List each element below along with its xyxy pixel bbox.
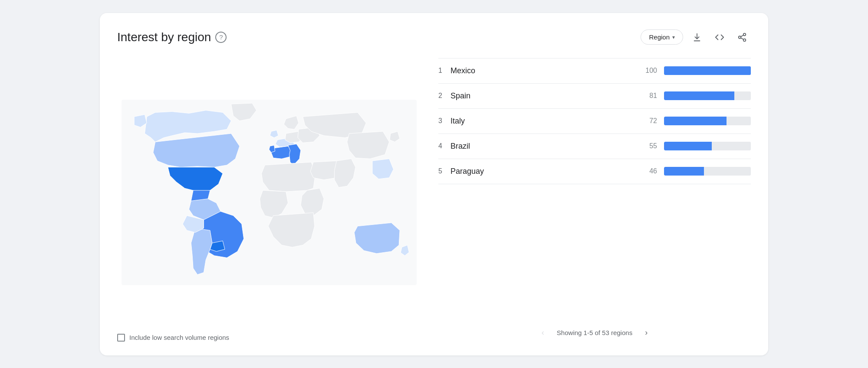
world-map-svg — [122, 97, 417, 288]
download-icon — [692, 33, 702, 42]
region-value: 81 — [638, 92, 657, 100]
region-bar-fill — [664, 167, 704, 176]
chevron-down-icon: ▾ — [672, 34, 675, 40]
region-button-label: Region — [649, 33, 670, 41]
region-bar-container — [664, 117, 751, 125]
region-row: 4 Brazil 55 — [438, 134, 751, 159]
region-row: 3 Italy 72 — [438, 109, 751, 134]
region-value: 46 — [638, 167, 657, 175]
prev-page-button[interactable]: ‹ — [536, 326, 550, 340]
embed-icon — [715, 33, 724, 42]
region-name: Paraguay — [450, 167, 638, 176]
next-page-button[interactable]: › — [639, 326, 653, 340]
region-row: 5 Paraguay 46 — [438, 159, 751, 184]
region-dropdown-button[interactable]: Region ▾ — [641, 29, 683, 45]
region-rank: 5 — [438, 167, 450, 175]
download-button[interactable] — [688, 29, 706, 46]
svg-line-4 — [741, 35, 743, 36]
pagination: ‹ Showing 1-5 of 53 regions › — [438, 316, 751, 342]
region-row: 1 Mexico 100 — [438, 58, 751, 84]
checkbox-label: Include low search volume regions — [129, 334, 229, 341]
region-value: 100 — [638, 67, 657, 75]
region-name: Italy — [450, 117, 638, 126]
map-footer: Include low search volume regions — [117, 327, 421, 342]
share-icon — [737, 33, 747, 42]
region-name: Spain — [450, 91, 638, 101]
region-bar-container — [664, 167, 751, 176]
world-map-container — [117, 58, 421, 327]
title-area: Interest by region ? — [117, 30, 227, 44]
region-rank: 1 — [438, 67, 450, 75]
region-rank: 3 — [438, 117, 450, 125]
low-volume-checkbox[interactable] — [117, 334, 125, 342]
region-row: 2 Spain 81 — [438, 84, 751, 109]
interest-by-region-card: Interest by region ? Region ▾ — [100, 13, 768, 355]
region-rank: 4 — [438, 142, 450, 150]
help-icon[interactable]: ? — [215, 32, 227, 43]
map-area: Include low search volume regions — [117, 58, 421, 342]
regions-list: 1 Mexico 100 2 Spain 81 3 Italy 72 4 Bra… — [438, 58, 751, 316]
region-bar-fill — [664, 142, 712, 150]
region-bar-fill — [664, 66, 751, 75]
region-bar-container — [664, 142, 751, 150]
toolbar: Region ▾ — [641, 29, 751, 46]
region-bar-container — [664, 66, 751, 75]
embed-button[interactable] — [711, 29, 728, 46]
right-panel: 1 Mexico 100 2 Spain 81 3 Italy 72 4 Bra… — [421, 58, 751, 342]
region-rank: 2 — [438, 92, 450, 100]
pagination-text: Showing 1-5 of 53 regions — [557, 329, 632, 336]
main-content: Include low search volume regions 1 Mexi… — [117, 58, 751, 342]
region-bar-fill — [664, 91, 734, 100]
region-name: Mexico — [450, 66, 638, 75]
svg-line-3 — [741, 38, 743, 39]
card-header: Interest by region ? Region ▾ — [117, 29, 751, 46]
region-value: 72 — [638, 117, 657, 125]
region-bar-container — [664, 91, 751, 100]
page-title: Interest by region — [117, 30, 211, 44]
share-button[interactable] — [733, 29, 751, 46]
region-name: Brazil — [450, 142, 638, 151]
region-value: 55 — [638, 142, 657, 150]
region-bar-fill — [664, 117, 727, 125]
